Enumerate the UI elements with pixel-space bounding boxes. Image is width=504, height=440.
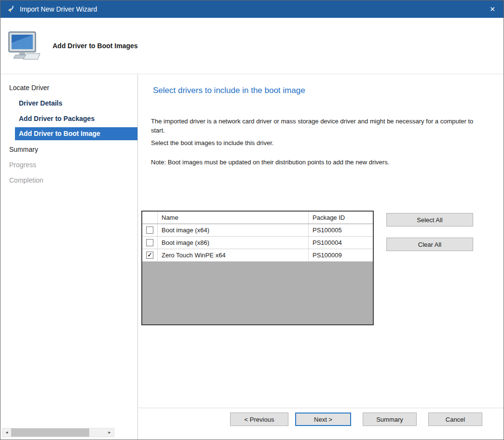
table-empty-area	[142, 262, 373, 324]
summary-button[interactable]: Summary	[363, 413, 417, 426]
step-summary[interactable]: Summary	[0, 142, 137, 157]
step-locate-driver[interactable]: Locate Driver	[0, 80, 137, 95]
step-add-driver-to-packages[interactable]: Add Driver to Packages	[0, 111, 137, 126]
checkbox-column-header	[142, 212, 158, 224]
close-icon[interactable]: ✕	[481, 0, 504, 18]
instruction-text: Select the boot images to include this d…	[151, 138, 477, 147]
sidebar-horizontal-scrollbar[interactable]: ◄ ►	[2, 428, 114, 437]
column-header-name[interactable]: Name	[158, 212, 309, 224]
next-button[interactable]: Next >	[295, 413, 351, 426]
table-row[interactable]: Boot image (x86) PS100004	[142, 237, 373, 249]
scroll-right-icon[interactable]: ►	[105, 428, 114, 437]
scrollbar-track[interactable]	[11, 428, 105, 437]
select-all-button[interactable]: Select All	[386, 213, 473, 227]
window-title: Import New Driver Wizard	[20, 5, 481, 13]
boot-image-checkbox[interactable]	[146, 239, 153, 246]
computer-icon	[8, 31, 41, 60]
boot-images-table: Name Package ID Boot image (x64) PS10000…	[141, 211, 374, 325]
cancel-button[interactable]: Cancel	[428, 413, 482, 426]
import-driver-wizard-window: Import New Driver Wizard ✕ Add Driver to…	[0, 0, 504, 440]
scroll-left-icon[interactable]: ◄	[2, 428, 11, 437]
page-title: Add Driver to Boot Images	[53, 42, 138, 50]
previous-button[interactable]: < Previous	[230, 413, 288, 426]
clear-all-button[interactable]: Clear All	[386, 238, 473, 251]
content-area: Locate Driver Driver Details Add Driver …	[0, 74, 504, 440]
package-id: PS100009	[309, 249, 373, 261]
wizard-icon	[6, 5, 15, 13]
boot-image-checkbox[interactable]: ✓	[146, 252, 153, 259]
step-add-driver-to-boot-image[interactable]: Add Driver to Boot Image	[15, 127, 137, 140]
table-header-row: Name Package ID	[142, 212, 373, 224]
table-row[interactable]: Boot image (x64) PS100005	[142, 224, 373, 237]
boot-image-name: Zero Touch WinPE x64	[158, 249, 309, 261]
wizard-header: Add Driver to Boot Images	[0, 18, 504, 74]
table-row[interactable]: ✓ Zero Touch WinPE x64 PS100009	[142, 249, 373, 262]
column-header-package-id[interactable]: Package ID	[309, 212, 373, 224]
footer-buttons: < Previous Next > Summary Cancel	[230, 413, 482, 426]
footer-divider	[138, 408, 504, 408]
note-text: Note: Boot images must be updated on the…	[151, 158, 477, 167]
step-driver-details[interactable]: Driver Details	[0, 95, 137, 111]
main-panel: Select drivers to include in the boot im…	[138, 74, 504, 440]
boot-image-checkbox[interactable]	[146, 227, 153, 234]
package-id: PS100005	[309, 224, 373, 236]
boot-image-name: Boot image (x64)	[158, 224, 309, 236]
scrollbar-thumb[interactable]	[11, 428, 89, 437]
description-text: The imported driver is a network card dr…	[151, 117, 477, 135]
step-completion: Completion	[0, 173, 137, 188]
boot-image-name: Boot image (x86)	[158, 237, 309, 249]
step-progress: Progress	[0, 157, 137, 173]
titlebar: Import New Driver Wizard ✕	[0, 0, 504, 18]
page-heading: Select drivers to include in the boot im…	[153, 86, 305, 95]
package-id: PS100004	[309, 237, 373, 249]
wizard-steps-sidebar: Locate Driver Driver Details Add Driver …	[0, 74, 138, 440]
